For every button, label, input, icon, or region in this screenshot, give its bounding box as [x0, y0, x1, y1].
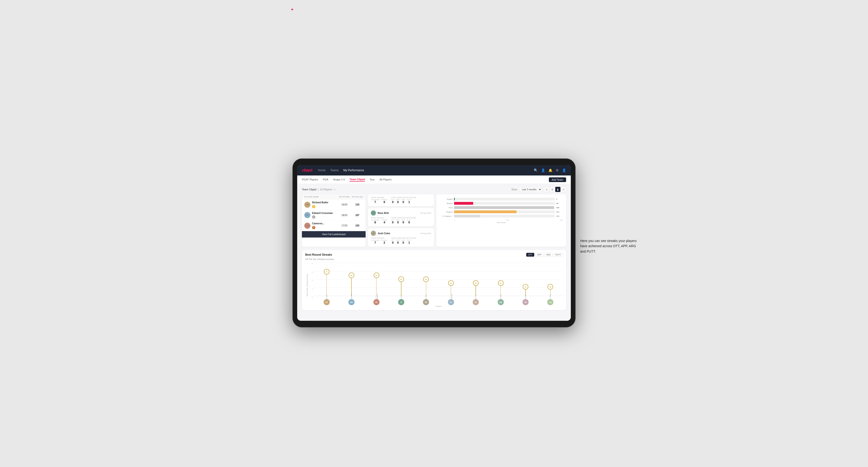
- dbogeys-track: [454, 215, 555, 217]
- y-tick-2: 2: [312, 288, 313, 290]
- user-icon[interactable]: 👤: [541, 168, 545, 172]
- streak-col-5: 4x E. Crossman EC: [438, 263, 463, 305]
- rees-activities-group: Total Practice Activities OTT 0 APP: [391, 217, 416, 224]
- edit-icon[interactable]: ✎: [334, 188, 335, 191]
- streaks-header: Best Round Streaks OTT APP ARG PUTT: [305, 253, 563, 257]
- lb-row-2[interactable]: EC Edward Crossman 2 18/20 107: [302, 210, 366, 221]
- streak-avatar-7: MM: [498, 299, 504, 305]
- three-column-layout: PLAYER NAME PB SCORE PB AVG SQ RB Richar…: [302, 194, 566, 247]
- rees-tournament: Tournament 8: [371, 219, 379, 224]
- rees-britt-card[interactable]: RB Rees Britt 02 Sep 2023 Total Rounds T…: [368, 208, 434, 226]
- name-block-richard: Richard Butler 1: [312, 201, 337, 208]
- team-name-label: Team Clippd: [302, 188, 316, 191]
- tournament-value: 7: [374, 200, 376, 204]
- grid-view-btn[interactable]: ☷: [544, 187, 549, 192]
- pb-score-edward: 18/20: [337, 214, 351, 217]
- show-label: Show: [512, 188, 517, 191]
- y-tick-0: 0: [312, 296, 313, 298]
- lb-row-3[interactable]: CM Cameron... 3 17/20 103: [302, 220, 366, 231]
- bogeys-track: [454, 210, 555, 213]
- sub-nav-all-players[interactable]: All Players: [379, 178, 392, 181]
- tablet-device: clippd Home Teams My Performance 🔍 👤 🔔 ⚙…: [292, 158, 576, 328]
- arg-filter-btn[interactable]: ARG: [544, 253, 553, 257]
- sub-nav-pga[interactable]: PGA: [323, 178, 328, 181]
- eagles-fill: [454, 198, 455, 200]
- rees-card-header: RB Rees Britt 02 Sep 2023: [371, 210, 431, 216]
- team-player-count: 14 Players: [320, 188, 332, 191]
- josh-tournament: Tournament 7: [371, 239, 379, 244]
- streak-bubble-6[interactable]: 4x: [473, 280, 478, 286]
- pb-avg-richard: 110: [351, 203, 363, 206]
- rees-ott: OTT 0: [391, 219, 394, 224]
- bogeys-label: Bogeys: [440, 211, 453, 213]
- card-view-btn[interactable]: ▮: [555, 187, 560, 192]
- annotation-text: Here you can see streaks your players ha…: [580, 238, 642, 254]
- app-logo: clippd: [302, 168, 312, 173]
- arg-label: ARG: [401, 199, 405, 200]
- view-full-leaderboard-button[interactable]: View Full Leaderboard: [302, 231, 366, 238]
- streak-avatar-3: JC: [398, 299, 404, 305]
- sub-nav-tour[interactable]: Tour: [370, 178, 375, 181]
- streak-line-0: [327, 275, 327, 296]
- nav-teams[interactable]: Teams: [330, 168, 338, 172]
- add-team-button[interactable]: Add Team: [549, 177, 566, 182]
- ott-filter-btn[interactable]: OTT: [526, 253, 534, 257]
- streak-avatar-6: BF: [473, 299, 479, 305]
- streak-players-area: 7x E. Ebert EE 6x B. McHeg BM 6x D. Bill…: [314, 263, 563, 305]
- settings-icon[interactable]: ⚙: [556, 168, 559, 172]
- rees-app: APP 0: [396, 219, 400, 224]
- josh-stats: Total Rounds Tournament 7 Practice: [371, 237, 431, 244]
- pars-label: Pars: [440, 207, 453, 209]
- streak-bubble-3[interactable]: 5x: [398, 276, 404, 282]
- streak-bubble-7[interactable]: 4x: [498, 280, 503, 286]
- josh-coles-card[interactable]: JC Josh Coles 26 Aug 2023 Total Rounds T…: [368, 228, 434, 247]
- period-select[interactable]: Last 3 months: [519, 187, 542, 192]
- avatar-icon[interactable]: 👤: [562, 168, 566, 172]
- pb-avg-cameron: 103: [351, 224, 363, 227]
- streak-bubble-9[interactable]: 3x: [548, 284, 553, 290]
- app-filter-btn[interactable]: APP: [535, 253, 543, 257]
- streak-inner-4: 5x: [423, 276, 429, 296]
- streak-avatar-0: EE: [323, 299, 330, 305]
- chart-x-title: Total Shots: [440, 221, 563, 224]
- sub-nav: PGAT Players PGA Hcaps 1-5 Team Clippd T…: [297, 176, 571, 184]
- bell-icon[interactable]: 🔔: [549, 168, 552, 172]
- ott-stat: OTT 0: [391, 199, 394, 204]
- streak-bubble-0[interactable]: 7x: [324, 269, 330, 275]
- leaderboard-header: PLAYER NAME PB SCORE PB AVG SQ: [302, 194, 366, 199]
- pars-value: 499: [556, 207, 563, 209]
- sub-nav-pgat[interactable]: PGAT Players: [302, 178, 318, 181]
- streak-bubble-1[interactable]: 6x: [349, 272, 354, 278]
- putt-filter-btn[interactable]: PUTT: [554, 253, 563, 257]
- x-label-0: 0: [454, 219, 455, 221]
- team-header: Team Clippd | 14 Players ✎ Show Last 3 m…: [302, 187, 566, 192]
- streak-chart-container: Best Streak, Fairway Accuracy 8 6 4 2 0: [305, 263, 563, 307]
- list-view-btn[interactable]: ☰: [550, 187, 555, 192]
- practice-value: 6: [383, 200, 385, 204]
- rees-rounds-label: Total Rounds: [371, 217, 387, 219]
- streak-bubble-8[interactable]: 3x: [523, 284, 528, 290]
- pb-score-richard: 19/20: [337, 203, 351, 206]
- streak-bubble-5[interactable]: 4x: [448, 280, 454, 286]
- josh-avatar: JC: [371, 231, 376, 236]
- streak-bubble-2[interactable]: 6x: [374, 272, 379, 278]
- josh-app: APP 0: [396, 239, 400, 244]
- sub-nav-hcaps[interactable]: Hcaps 1-5: [333, 178, 345, 181]
- player-name-edward: Edward Crossman: [312, 212, 337, 214]
- total-rounds-label: Total Rounds: [371, 197, 387, 198]
- nav-my-performance[interactable]: My Performance: [343, 168, 364, 172]
- rees-rounds-group: Total Rounds Tournament 8 Practice: [371, 217, 387, 224]
- search-icon[interactable]: 🔍: [534, 168, 538, 172]
- streak-bubble-4[interactable]: 5x: [423, 276, 429, 282]
- practice-stats-row: OTT 0 APP 0 ARG: [391, 199, 416, 204]
- team-count: |: [318, 188, 318, 191]
- sub-nav-team-clippd[interactable]: Team Clippd: [349, 178, 365, 182]
- table-view-btn[interactable]: ☷: [561, 187, 566, 192]
- pb-score-cameron: 17/20: [337, 224, 351, 227]
- streak-col-8: 3x R. Butler RB: [513, 263, 538, 305]
- lb-row-1[interactable]: RB Richard Butler 1 19/20 110: [302, 199, 366, 210]
- nav-home[interactable]: Home: [318, 168, 326, 172]
- pars-row: Pars 499: [440, 206, 563, 209]
- streaks-subtitle: Off The Tee, Fairway Accuracy: [305, 258, 563, 260]
- streak-cols: 7x E. Ebert EE 6x B. McHeg BM 6x D. Bill…: [314, 263, 563, 305]
